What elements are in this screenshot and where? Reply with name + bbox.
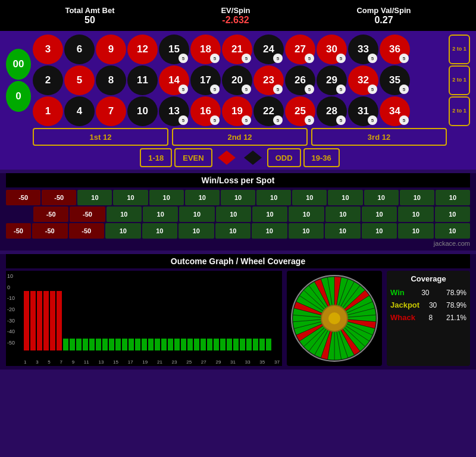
coverage-whack-pct: 21.1% [446, 314, 466, 322]
number-29[interactable]: 295 [317, 65, 347, 95]
wl-r3-c7: 10 [289, 223, 324, 239]
wl-r1-c9: 10 [328, 190, 362, 205]
number-23[interactable]: 235 [253, 65, 284, 95]
wl-r3-c3: 10 [142, 223, 178, 239]
double-zero-button[interactable]: 00 [6, 49, 31, 80]
number-8[interactable]: 8 [96, 65, 126, 95]
number-10[interactable]: 10 [127, 96, 158, 126]
bar-17 [135, 273, 140, 350]
coverage-win-row: Win 30 78.9% [390, 288, 466, 297]
number-18[interactable]: 185 [190, 35, 221, 64]
number-15[interactable]: 155 [159, 35, 189, 64]
wl-r2-c10: 10 [398, 206, 433, 222]
coverage-jackpot-label: Jackpot [390, 301, 419, 309]
number-13[interactable]: 135 [159, 96, 189, 126]
bar-34 [246, 273, 252, 350]
number-3[interactable]: 3 [33, 35, 63, 64]
wl-r1-c6: 10 [221, 190, 255, 205]
number-21[interactable]: 215 [222, 35, 252, 64]
wl-r2-c3: 10 [143, 206, 178, 222]
bar-13 [109, 273, 114, 350]
number-5[interactable]: 5 [64, 65, 95, 95]
svg-marker-1 [244, 151, 262, 165]
nineteen-to-36-button[interactable]: 19-36 [303, 148, 340, 167]
number-12[interactable]: 12 [127, 35, 158, 64]
coverage-area: Coverage Win 30 78.9% Jackpot 30 78.9% W… [387, 271, 470, 366]
zero-button[interactable]: 0 [6, 81, 31, 112]
number-7[interactable]: 7 [96, 96, 126, 126]
bar-35 [253, 273, 258, 350]
number-19[interactable]: 195 [222, 96, 252, 126]
wl-r2-c8: 10 [325, 206, 361, 222]
number-1[interactable]: 1 [33, 96, 63, 126]
number-11[interactable]: 11 [127, 65, 158, 95]
number-34[interactable]: 345 [380, 96, 410, 126]
number-30[interactable]: 305 [317, 35, 347, 64]
bar-8 [76, 273, 82, 350]
first-dozen-button[interactable]: 1st 12 [33, 128, 168, 146]
even-button[interactable]: EVEN [174, 148, 212, 167]
number-31[interactable]: 315 [348, 96, 378, 126]
number-9[interactable]: 9 [96, 35, 126, 64]
bar-10 [89, 273, 95, 350]
bar-33 [240, 273, 245, 350]
number-22[interactable]: 225 [253, 96, 284, 126]
red-diamond[interactable] [215, 148, 239, 167]
number-17[interactable]: 175 [190, 65, 221, 95]
number-32[interactable]: 325 [348, 65, 378, 95]
number-28[interactable]: 285 [317, 96, 347, 126]
bar-2 [37, 273, 42, 350]
x-axis: 135791113151719212325272931333537 [24, 359, 280, 365]
number-16[interactable]: 165 [190, 96, 221, 126]
wl-r1-c0: -50 [6, 190, 40, 205]
bar-4 [50, 273, 55, 350]
bar-26 [194, 273, 199, 350]
number-20[interactable]: 205 [222, 65, 252, 95]
wl-r1-c2: 10 [77, 190, 112, 205]
bar-32 [233, 273, 239, 350]
wl-r2-c6: 10 [252, 206, 287, 222]
number-24[interactable]: 245 [253, 35, 284, 64]
winloss-row-2-cells: -50-5010101010101010101010 [33, 206, 470, 222]
number-2[interactable]: 2 [33, 65, 63, 95]
comp-val-col: Comp Val/Spin 0.27 [356, 6, 411, 26]
number-35[interactable]: 355 [380, 65, 410, 95]
bar-31 [227, 273, 232, 350]
number-27[interactable]: 275 [285, 35, 315, 64]
wl-r2-c9: 10 [362, 206, 397, 222]
number-14[interactable]: 145 [159, 65, 189, 95]
number-33[interactable]: 335 [348, 35, 378, 64]
wl-r1-c11: 10 [400, 190, 434, 205]
number-26[interactable]: 265 [285, 65, 315, 95]
number-4[interactable]: 4 [64, 96, 95, 126]
number-36[interactable]: 365 [380, 35, 410, 64]
wl-r3-c10: 10 [398, 223, 434, 239]
two-to-one-mid[interactable]: 2 to 1 [449, 65, 470, 95]
coverage-whack-row: Whack 8 21.1% [390, 313, 466, 322]
bar-37 [266, 273, 271, 350]
black-diamond[interactable] [241, 148, 265, 167]
bar-12 [102, 273, 108, 350]
two-to-one-bot[interactable]: 2 to 1 [449, 96, 470, 126]
number-row-mid: 25811145175205235265295325355 [33, 65, 447, 95]
outcome-body: 10 0 -10 -20 -30 -40 -50 135791113151719… [6, 271, 470, 366]
number-row-bot: 14710135165195225255285315345 [33, 96, 447, 126]
wl-r1-c1: -50 [42, 190, 76, 205]
wl-r1-c3: 10 [113, 190, 148, 205]
wl-r1-c5: 10 [185, 190, 220, 205]
number-25[interactable]: 255 [285, 96, 315, 126]
second-dozen-button[interactable]: 2nd 12 [172, 128, 308, 146]
wl-r2-c11: 10 [435, 206, 470, 222]
third-dozen-button[interactable]: 3rd 12 [311, 128, 447, 146]
ev-spin-value: -2.632 [221, 15, 250, 26]
one-to-eighteen-button[interactable]: 1-18 [140, 148, 172, 167]
wl-r2-c1: -50 [70, 206, 105, 222]
odd-button[interactable]: ODD [267, 148, 301, 167]
number-6[interactable]: 6 [64, 35, 95, 64]
bar-27 [201, 273, 206, 350]
wl-r1-c7: 10 [256, 190, 291, 205]
two-to-one-top[interactable]: 2 to 1 [449, 35, 470, 64]
wl-r3-c2: 10 [105, 223, 141, 239]
wl-r3-c9: 10 [362, 223, 397, 239]
coverage-win-count: 30 [421, 289, 429, 297]
